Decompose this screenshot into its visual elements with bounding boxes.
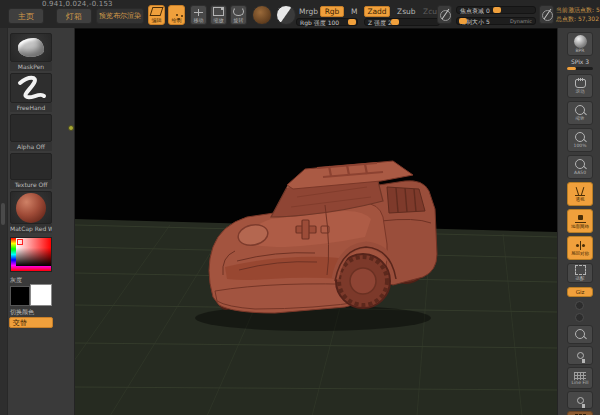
move-icon [194,9,203,16]
matcap-red-wax-sphere-icon [16,193,46,223]
perspective-icon [575,187,585,196]
gizmo-toggle-button[interactable]: Giz [567,287,593,297]
spix-antialias-slider[interactable] [567,67,593,70]
scroll-hand-icon [575,79,586,88]
document-viewport[interactable] [75,28,557,415]
cursor-coordinates-readout: 0.941,0.024,-0.153 [42,0,113,8]
zoom3d-button[interactable]: 缩放 [567,101,593,125]
actual-size-button[interactable]: 100% [567,128,593,152]
active-points-value: 5 [596,6,600,13]
brush-name-label: MaskPen [10,62,52,71]
rotate-icon [233,7,244,16]
bpr-render-button[interactable]: BPR [567,32,593,56]
grayscale-label: 灰度 [10,276,22,285]
solo-button[interactable] [567,346,593,365]
material-slot[interactable] [10,191,52,224]
focal-shift-indicator-icon [437,5,452,24]
edit-mode-button[interactable]: 编辑 [148,5,165,25]
zsub-mode-chip[interactable]: Zsub [394,6,419,17]
m-mode-chip[interactable]: M [348,6,360,17]
draw-mode-button[interactable]: 绘制 [168,5,185,25]
slider-handle[interactable] [348,19,356,25]
draw-dots-icon [176,14,178,16]
draw-size-indicator-icon [539,5,554,24]
scale-mode-button[interactable]: 缩放 [210,5,227,25]
current-brush-thumbnail[interactable] [10,33,52,62]
gradient-sphere-icon[interactable] [276,5,296,25]
texture-status-label: Texture Off [10,180,52,189]
alternate-color-button[interactable]: 交替 [9,317,53,328]
left-divider-rail[interactable] [0,28,8,415]
secondary-color-swatch[interactable] [30,284,52,306]
right-shelf: BPR SPix 3 滚动 缩放 100% AA50 透视 地面网格 [557,28,600,415]
floor-grid-icon [575,214,586,223]
solo-icon [577,352,584,359]
toggle-dot-icon[interactable] [575,301,584,310]
draw-size-slider[interactable]: 绘制大小 5 Dynamic [456,17,536,25]
ghost-transparency-button[interactable] [567,391,593,409]
perspective-button[interactable]: 透视 [567,182,593,206]
frame-mesh-button[interactable]: 适配 [567,263,593,283]
stroke-name-label: FreeHand [10,103,52,112]
brush-preview-button[interactable] [252,5,272,25]
stroke-start-dot [68,125,74,131]
polyframe-icon [574,372,586,380]
spix-value-label: SPix 3 [565,58,595,65]
rgb-intensity-slider[interactable]: Rgb 强度 100 [296,18,358,26]
home-button[interactable]: 主页 [8,8,44,24]
alpha-status-label: Alpha Off [10,142,52,151]
sculpt-scene [75,29,557,415]
preview-boolean-render-button[interactable]: 预览布尔渲染 [96,8,144,24]
actual-size-icon [575,132,585,142]
main-color-swatch[interactable] [10,286,30,306]
scale-icon [213,7,224,16]
color-picker-cursor[interactable] [17,239,23,245]
local-symmetry-icon [575,241,586,250]
rotate-mode-button[interactable]: 旋转 [230,5,247,25]
polyframe-button[interactable]: Line Fill [567,367,593,389]
xpose-button[interactable] [567,325,593,344]
move-mode-button[interactable]: 移动 [190,5,207,25]
alpha-slot[interactable] [10,114,52,142]
ghost-transparency-icon [577,397,584,404]
slider-handle[interactable] [391,19,399,25]
maskpen-brush-icon [18,38,44,57]
freehand-stroke-icon [14,75,48,101]
dynamic-mode-label[interactable]: Dynamic [510,18,532,25]
rgb-mode-chip[interactable]: Rgb [320,6,344,17]
local-symmetry-button[interactable]: 局部对称 [567,236,593,260]
top-toolbar: 0.941,0.024,-0.153 主页 灯箱 预览布尔渲染 编辑 绘制 移动… [0,0,600,29]
panel-resize-handle[interactable] [1,203,5,225]
material-name-label: MatCap Red Wa [10,224,52,233]
left-shelf: MaskPen FreeHand Alpha Off Texture Off M… [0,28,75,415]
total-points-value: 57,302 [578,15,599,22]
aa-half-icon [575,159,585,169]
mrgb-mode-chip[interactable]: Mrgb [296,6,321,17]
xpose-icon [575,329,585,339]
frame-mesh-icon [575,265,586,275]
toggle-dot-icon[interactable] [575,313,584,322]
edit-quad-icon [150,7,164,16]
zbrush-window: 0.941,0.024,-0.153 主页 灯箱 预览布尔渲染 编辑 绘制 移动… [0,0,600,415]
transparency-button[interactable] [567,411,593,415]
point-count-stats: 当前激活点数: 5 总点数: 57,302 [556,5,600,23]
scroll-button[interactable]: 滚动 [567,74,593,98]
z-intensity-slider[interactable]: Z 强度 25 [364,18,440,26]
color-picker[interactable] [10,237,52,272]
lightbox-button[interactable]: 灯箱 [56,8,92,24]
texture-slot[interactable] [10,153,52,180]
aa-half-button[interactable]: AA50 [567,155,593,179]
slider-handle[interactable] [493,7,501,13]
zoom-magnifier-icon [575,105,585,115]
current-stroke-thumbnail[interactable] [10,73,52,103]
switch-color-label: 切换颜色 [10,308,34,317]
focal-shift-slider[interactable]: 焦点衰减 0 [456,6,536,14]
zadd-mode-chip[interactable]: Zadd [364,6,390,17]
slider-handle[interactable] [459,18,467,24]
bpr-render-icon [574,35,587,48]
floor-grid-button[interactable]: 地面网格 [567,209,593,233]
